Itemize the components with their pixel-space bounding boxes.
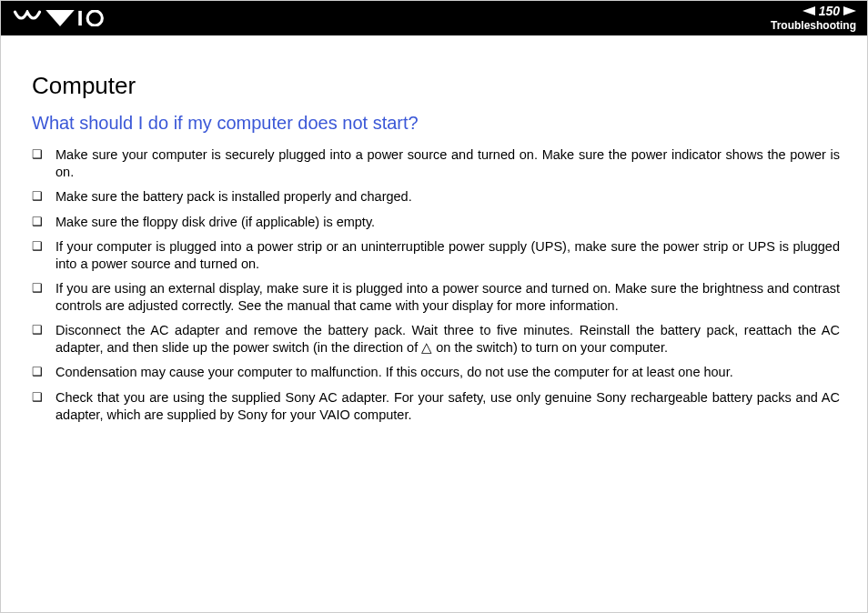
bullet-list: ❑Make sure your computer is securely plu… xyxy=(32,146,840,423)
header-bar: 150 Troubleshooting xyxy=(1,1,867,35)
vaio-logo xyxy=(10,10,110,26)
bullet-icon: ❑ xyxy=(32,280,56,296)
page-subtitle: What should I do if my computer does not… xyxy=(32,113,840,134)
bullet-icon: ❑ xyxy=(32,238,56,255)
bullet-icon: ❑ xyxy=(32,364,56,380)
list-item: ❑Make sure the battery pack is installed… xyxy=(32,188,840,206)
content-area: Computer What should I do if my computer… xyxy=(1,35,867,423)
list-item: ❑If you are using an external display, m… xyxy=(32,280,840,314)
list-item-text: Make sure your computer is securely plug… xyxy=(56,146,840,180)
svg-marker-2 xyxy=(802,6,815,15)
bullet-icon: ❑ xyxy=(32,322,56,338)
svg-rect-0 xyxy=(78,11,82,25)
nav-prev-icon[interactable] xyxy=(802,5,815,17)
header-right: 150 Troubleshooting xyxy=(771,5,856,32)
bullet-icon: ❑ xyxy=(32,188,56,205)
page-number: 150 xyxy=(819,5,840,17)
bullet-icon: ❑ xyxy=(32,214,56,230)
list-item: ❑Disconnect the AC adapter and remove th… xyxy=(32,322,840,356)
list-item: ❑Check that you are using the supplied S… xyxy=(32,389,840,423)
bullet-icon: ❑ xyxy=(32,146,56,163)
nav-next-icon[interactable] xyxy=(843,5,856,17)
list-item: ❑If your computer is plugged into a powe… xyxy=(32,238,840,272)
bullet-icon: ❑ xyxy=(32,389,56,406)
list-item-text: Disconnect the AC adapter and remove the… xyxy=(56,322,840,356)
list-item-text: Check that you are using the supplied So… xyxy=(56,389,840,423)
page-title: Computer xyxy=(32,72,840,100)
page-nav: 150 xyxy=(771,5,856,17)
list-item-text: If you are using an external display, ma… xyxy=(56,280,840,314)
list-item-text: Condensation may cause your computer to … xyxy=(56,364,840,381)
list-item: ❑Make sure your computer is securely plu… xyxy=(32,146,840,180)
list-item-text: Make sure the battery pack is installed … xyxy=(56,188,840,206)
list-item-text: Make sure the floppy disk drive (if appl… xyxy=(56,214,840,231)
list-item: ❑Make sure the floppy disk drive (if app… xyxy=(32,214,840,231)
list-item-text: If your computer is plugged into a power… xyxy=(56,238,840,272)
svg-marker-3 xyxy=(843,6,856,15)
list-item: ❑Condensation may cause your computer to… xyxy=(32,364,840,381)
section-label: Troubleshooting xyxy=(771,19,856,32)
svg-point-1 xyxy=(87,11,102,25)
